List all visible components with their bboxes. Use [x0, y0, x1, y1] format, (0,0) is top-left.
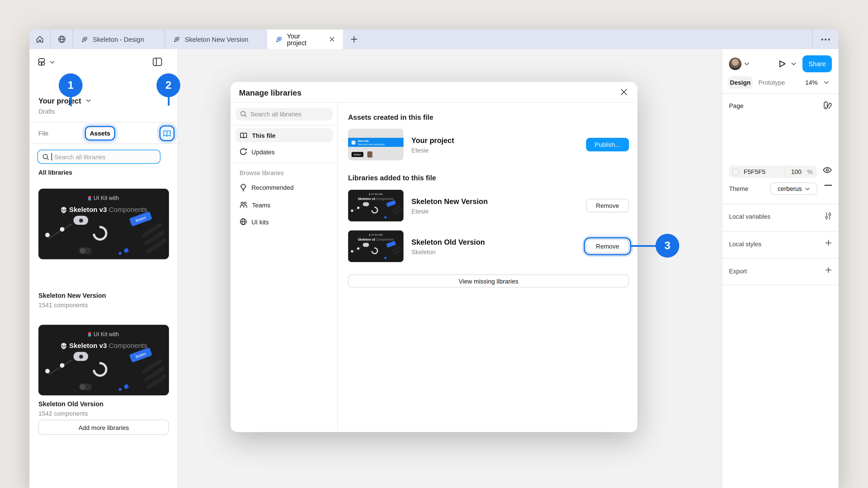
all-libraries-header: All libraries — [38, 169, 72, 176]
library-search-field[interactable]: Search all libraries — [37, 150, 160, 164]
screenshot-stage: Skeleton - Design Skeleton New Version Y… — [0, 0, 868, 488]
asset-row-your-project: Alert title Short and clear description … — [348, 129, 629, 160]
modal-title: Manage libraries — [239, 88, 302, 97]
figma-mini-logo-icon — [88, 196, 91, 200]
book-icon — [163, 130, 171, 137]
asset-owner: Etesie — [411, 147, 454, 153]
library-card-meta: 1542 components — [38, 410, 88, 417]
tab-bar: Skeleton - Design Skeleton New Version Y… — [29, 29, 839, 49]
close-icon — [620, 88, 628, 96]
library-card-meta: 1541 components — [38, 302, 88, 308]
color-hex[interactable]: F5F5F5 — [744, 168, 765, 175]
project-chevron[interactable] — [86, 99, 91, 102]
globe-icon — [240, 218, 247, 225]
modal-close-button[interactable] — [620, 88, 628, 96]
modal-search-field[interactable]: Search all libraries — [236, 108, 333, 121]
decor-spinner — [90, 359, 111, 380]
decor-button-chip: Button — [129, 347, 152, 363]
tab-assets[interactable]: Assets — [85, 126, 115, 141]
tab-your-project[interactable]: Your project — [268, 29, 343, 49]
library-row-skeleton-old: UI Kit with Skeleton v3 Components Skele… — [348, 230, 629, 262]
libraries-added-header: Libraries added to this file — [348, 174, 436, 182]
home-button[interactable] — [29, 29, 51, 49]
styles-button[interactable] — [824, 101, 832, 110]
close-tab-button[interactable] — [329, 36, 335, 42]
tab-file[interactable]: File — [38, 130, 49, 137]
search-placeholder: Search all libraries — [250, 111, 302, 118]
libraries-button[interactable] — [159, 125, 175, 141]
opacity-percent: % — [807, 168, 813, 175]
chevron-down-icon — [86, 99, 91, 102]
refresh-icon — [240, 148, 247, 156]
panel-toggle-icon — [153, 58, 162, 66]
theme-dropdown[interactable]: cerberus — [770, 183, 817, 195]
tab-design[interactable]: Design — [728, 76, 753, 89]
tab-prototype[interactable]: Prototype — [758, 79, 785, 86]
publish-button[interactable]: Publish... — [586, 138, 629, 151]
modal-nav-updates[interactable]: Updates — [235, 144, 333, 159]
page-color-field[interactable]: F5F5F5 100 % — [729, 166, 817, 178]
add-style-button[interactable] — [825, 239, 832, 246]
figma-mini-logo-icon — [88, 332, 91, 336]
color-swatch[interactable] — [733, 168, 739, 175]
styles-icon — [824, 101, 832, 110]
opacity-value[interactable]: 100 — [791, 168, 802, 175]
library-card-thumbnail[interactable]: UI Kit with 💀 Skeleton v3 Components But… — [38, 189, 169, 259]
modal-nav-teams[interactable]: Teams — [235, 198, 333, 212]
community-button[interactable] — [51, 29, 72, 49]
pen-file-icon — [81, 36, 88, 43]
divider — [29, 122, 178, 123]
remove-library-button[interactable]: Remove — [586, 199, 629, 213]
main-menu-button[interactable] — [37, 57, 55, 68]
visibility-button[interactable] — [823, 167, 832, 173]
new-tab-button[interactable] — [343, 29, 365, 49]
divider — [230, 163, 338, 163]
tab-skeleton-design[interactable]: Skeleton - Design — [73, 29, 164, 49]
chevron-down-icon[interactable] — [744, 62, 749, 66]
browse-libraries-label: Browse libraries — [240, 169, 284, 176]
book-icon — [240, 132, 248, 139]
view-missing-libraries-button[interactable]: View missing libraries — [348, 274, 629, 288]
manage-libraries-modal: Manage libraries Search all libraries Th… — [230, 82, 638, 432]
chevron-down-icon — [50, 61, 55, 64]
decor-pill — [73, 216, 88, 225]
window-menu-button[interactable] — [813, 29, 839, 49]
library-title: Skeleton New Version — [411, 197, 488, 205]
library-row-skeleton-new: UI Kit with Skeleton v3 Components Skele… — [348, 190, 629, 221]
share-button[interactable]: Share — [802, 55, 832, 72]
modal-nav-this-file[interactable]: This file — [235, 128, 333, 142]
page-section-label: Page — [729, 102, 743, 109]
text-cursor — [52, 153, 52, 161]
add-more-libraries-button[interactable]: Add more libraries — [38, 420, 169, 435]
search-placeholder: Search all libraries — [54, 153, 105, 160]
avatar[interactable] — [729, 58, 741, 70]
divider — [29, 143, 178, 144]
tab-label: Skeleton - Design — [93, 36, 144, 43]
divider — [722, 204, 839, 205]
present-play-icon[interactable] — [779, 60, 786, 68]
search-icon — [42, 153, 49, 160]
chevron-down-icon[interactable] — [791, 62, 796, 66]
more-dots-icon — [821, 38, 830, 40]
remove-library-button-highlighted[interactable]: Remove — [586, 239, 629, 253]
remove-theme-button[interactable] — [825, 185, 832, 186]
library-card-title: Skeleton Old Version — [38, 400, 103, 408]
tab-skeleton-new-version[interactable]: Skeleton New Version — [165, 29, 268, 49]
project-title[interactable]: Your project — [38, 97, 81, 105]
export-label: Export — [729, 268, 747, 274]
open-variables-button[interactable] — [825, 212, 832, 221]
zoom-chevron[interactable] — [824, 81, 829, 84]
local-variables-label: Local variables — [729, 213, 770, 220]
zoom-level[interactable]: 14% — [805, 79, 818, 86]
modal-nav-recommended[interactable]: Recommended — [235, 180, 333, 195]
right-panel: Share Design Prototype 14% Page F5F5F5 1… — [722, 49, 839, 488]
library-thumbnail: UI Kit with Skeleton v3 Components — [348, 190, 403, 221]
library-card-thumbnail[interactable]: UI Kit with 💀 Skeleton v3 Components But… — [38, 325, 169, 396]
home-icon — [36, 35, 44, 43]
sidebar-toggle-button[interactable] — [153, 58, 162, 66]
add-export-button[interactable] — [825, 267, 832, 273]
modal-nav-ui-kits[interactable]: UI kits — [235, 215, 333, 229]
your-project-thumbnail: Alert title Short and clear description … — [348, 129, 403, 160]
tab-label: Skeleton New Version — [185, 36, 248, 43]
plus-icon — [350, 36, 358, 43]
